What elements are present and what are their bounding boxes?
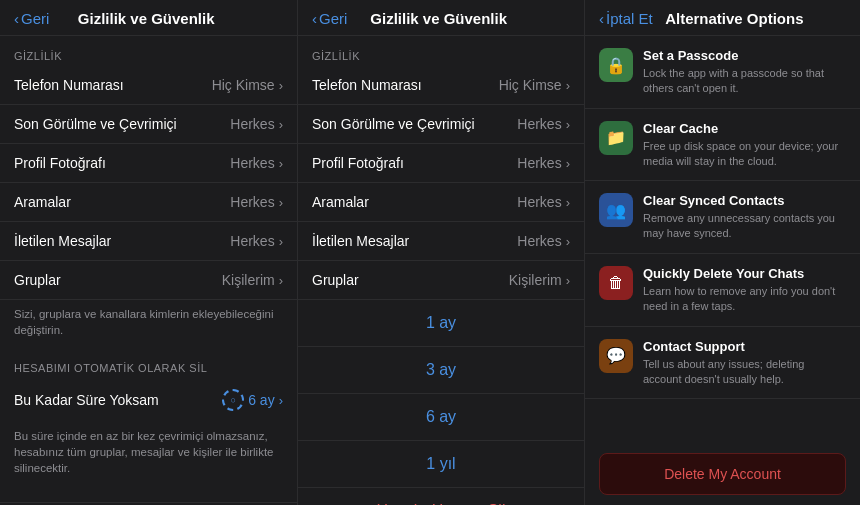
calls-row[interactable]: Aramalar Herkes ›: [0, 183, 297, 222]
chevron-icon: ›: [279, 78, 283, 93]
contact-support-text: Contact Support Tell us about any issues…: [643, 339, 846, 387]
auto-delete-section-label: HESABIMI OTOMATİK OLARAK SİL: [0, 348, 297, 378]
chevron-left-icon: ‹: [14, 10, 19, 27]
profile-photo-label: Profil Fotoğrafı: [14, 155, 106, 171]
last-seen-row[interactable]: Son Görülme ve Çevrimiçi Herkes ›: [0, 105, 297, 144]
clear-cache-option[interactable]: 📁 Clear Cache Free up disk space on your…: [585, 109, 860, 182]
chevron-icon: ›: [279, 393, 283, 408]
p2-profile-label: Profil Fotoğrafı: [312, 155, 404, 171]
chevron-icon: ›: [279, 234, 283, 249]
forwarded-messages-row[interactable]: İletilen Mesajlar Herkes ›: [0, 222, 297, 261]
contact-support-title: Contact Support: [643, 339, 846, 354]
last-seen-label: Son Görülme ve Çevrimiçi: [14, 116, 177, 132]
p2-last-seen-value: Herkes ›: [517, 116, 570, 132]
p2-phone-value: Hiç Kimse ›: [499, 77, 570, 93]
p2-profile-row[interactable]: Profil Fotoğrafı Herkes ›: [298, 144, 584, 183]
panel-alternative-options: ‹ İptal Et Alternative Options 🔒 Set a P…: [585, 0, 860, 505]
delete-chats-icon: 🗑: [599, 266, 633, 300]
auto-delete-label: Bu Kadar Süre Yoksam: [14, 392, 159, 408]
p2-last-seen-row[interactable]: Son Görülme ve Çevrimiçi Herkes ›: [298, 105, 584, 144]
panel1-nav: ‹ Geri Gizlilik ve Güvenlik: [0, 0, 297, 36]
chevron-icon: ›: [566, 195, 570, 210]
p2-calls-value: Herkes ›: [517, 194, 570, 210]
p2-profile-value: Herkes ›: [517, 155, 570, 171]
contact-support-option[interactable]: 💬 Contact Support Tell us about any issu…: [585, 327, 860, 400]
set-passcode-title: Set a Passcode: [643, 48, 846, 63]
p2-forwarded-value: Herkes ›: [517, 233, 570, 249]
time-options-container: 1 ay 3 ay 6 ay 1 yıl Hesabı Hemen Sil: [298, 300, 584, 505]
panel2-privacy-label: GİZLİLİK: [298, 36, 584, 66]
profile-photo-value: Herkes ›: [230, 155, 283, 171]
chevron-icon: ›: [566, 117, 570, 132]
p2-last-seen-label: Son Görülme ve Çevrimiçi: [312, 116, 475, 132]
p2-phone-label: Telefon Numarası: [312, 77, 422, 93]
phone-number-label: Telefon Numarası: [14, 77, 124, 93]
groups-label: Gruplar: [14, 272, 61, 288]
panel1-back-label: Geri: [21, 10, 49, 27]
panel3-title: Alternative Options: [653, 10, 816, 27]
forwarded-label: İletilen Mesajlar: [14, 233, 111, 249]
phone-number-row[interactable]: Telefon Numarası Hiç Kimse ›: [0, 66, 297, 105]
panel3-back-button[interactable]: ‹ İptal Et: [599, 10, 653, 27]
panel1-back-button[interactable]: ‹ Geri: [14, 10, 49, 27]
calls-label: Aramalar: [14, 194, 71, 210]
panel2-back-button[interactable]: ‹ Geri: [312, 10, 347, 27]
p2-groups-label: Gruplar: [312, 272, 359, 288]
panel2-title: Gizlilik ve Güvenlik: [347, 10, 530, 27]
delete-chats-desc: Learn how to remove any info you don't n…: [643, 284, 846, 314]
chevron-left-icon: ‹: [599, 10, 604, 27]
calls-value: Herkes ›: [230, 194, 283, 210]
groups-description: Sizi, gruplara ve kanallara kimlerin ekl…: [0, 300, 297, 348]
clear-contacts-text: Clear Synced Contacts Remove any unneces…: [643, 193, 846, 241]
contacts-icon: 👥: [599, 193, 633, 227]
lock-icon: 🔒: [599, 48, 633, 82]
clear-cache-title: Clear Cache: [643, 121, 846, 136]
chevron-icon: ›: [566, 156, 570, 171]
time-option-3months[interactable]: 3 ay: [298, 347, 584, 394]
delete-chats-text: Quickly Delete Your Chats Learn how to r…: [643, 266, 846, 314]
dashed-circle-icon: ○: [222, 389, 244, 411]
privacy-section-label: GİZLİLİK: [0, 36, 297, 66]
auto-delete-value: ○ 6 ay ›: [222, 389, 283, 411]
chevron-icon: ›: [566, 78, 570, 93]
cache-icon: 📁: [599, 121, 633, 155]
delete-my-account-button[interactable]: Delete My Account: [599, 453, 846, 495]
set-passcode-text: Set a Passcode Lock the app with a passc…: [643, 48, 846, 96]
clear-cache-text: Clear Cache Free up disk space on your d…: [643, 121, 846, 169]
set-passcode-option[interactable]: 🔒 Set a Passcode Lock the app with a pas…: [585, 36, 860, 109]
panel2-back-label: Geri: [319, 10, 347, 27]
clear-contacts-desc: Remove any unnecessary contacts you may …: [643, 211, 846, 241]
profile-photo-row[interactable]: Profil Fotoğrafı Herkes ›: [0, 144, 297, 183]
chevron-icon: ›: [279, 156, 283, 171]
delete-chats-title: Quickly Delete Your Chats: [643, 266, 846, 281]
time-option-6months[interactable]: 6 ay: [298, 394, 584, 441]
delete-account-immediately-button[interactable]: Hesabı Hemen Sil: [298, 488, 584, 505]
auto-delete-row[interactable]: Bu Kadar Süre Yoksam ○ 6 ay ›: [0, 378, 297, 422]
support-icon: 💬: [599, 339, 633, 373]
auto-delete-description: Bu süre içinde en az bir kez çevrimiçi o…: [0, 422, 297, 486]
panel3-nav: ‹ İptal Et Alternative Options: [585, 0, 860, 36]
forwarded-value: Herkes ›: [230, 233, 283, 249]
chevron-icon: ›: [279, 273, 283, 288]
p2-calls-row[interactable]: Aramalar Herkes ›: [298, 183, 584, 222]
clear-contacts-option[interactable]: 👥 Clear Synced Contacts Remove any unnec…: [585, 181, 860, 254]
groups-row[interactable]: Gruplar Kişilerim ›: [0, 261, 297, 300]
p2-groups-row[interactable]: Gruplar Kişilerim ›: [298, 261, 584, 300]
p2-forwarded-row[interactable]: İletilen Mesajlar Herkes ›: [298, 222, 584, 261]
delete-chats-option[interactable]: 🗑 Quickly Delete Your Chats Learn how to…: [585, 254, 860, 327]
panel3-back-label: İptal Et: [606, 10, 653, 27]
phone-number-value: Hiç Kimse ›: [212, 77, 283, 93]
p2-calls-label: Aramalar: [312, 194, 369, 210]
contact-support-desc: Tell us about any issues; deleting accou…: [643, 357, 846, 387]
clear-cache-desc: Free up disk space on your device; your …: [643, 139, 846, 169]
p2-groups-value: Kişilerim ›: [509, 272, 570, 288]
groups-value: Kişilerim ›: [222, 272, 283, 288]
panel1-title: Gizlilik ve Güvenlik: [49, 10, 243, 27]
chevron-left-icon: ‹: [312, 10, 317, 27]
p2-phone-row[interactable]: Telefon Numarası Hiç Kimse ›: [298, 66, 584, 105]
chevron-icon: ›: [566, 273, 570, 288]
clear-contacts-title: Clear Synced Contacts: [643, 193, 846, 208]
chevron-icon: ›: [279, 117, 283, 132]
time-option-1year[interactable]: 1 yıl: [298, 441, 584, 488]
time-option-1month[interactable]: 1 ay: [298, 300, 584, 347]
